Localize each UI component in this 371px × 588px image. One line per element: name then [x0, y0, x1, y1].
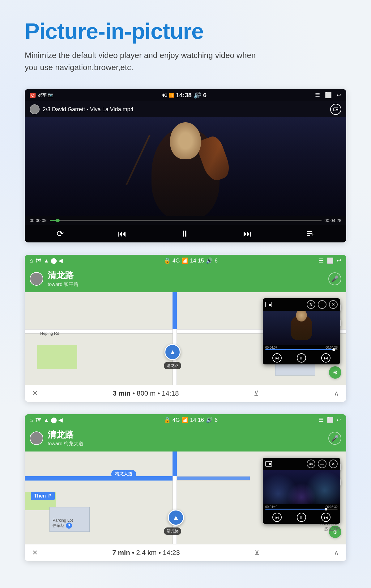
volume-icon: 🔊 [206, 257, 213, 264]
progress-track[interactable] [50, 220, 322, 221]
nav2-back[interactable]: ↩ [337, 417, 341, 423]
pip-progress-track-2[interactable] [265, 509, 338, 510]
map2-parking-label: Parking Lot停车场 P [53, 518, 73, 529]
pip2-settings-btn[interactable] [307, 460, 315, 468]
pip-prev-btn-1[interactable]: ⏮ [272, 353, 282, 363]
status-bar-center: 4G 📶 14:38 🔊 6 [162, 91, 207, 99]
nav2-volume-icon: 🔊 [206, 417, 213, 423]
window-icon[interactable]: ⬜ [325, 92, 332, 99]
nav1-back[interactable]: ↩ [337, 257, 341, 264]
pip-settings-btn[interactable] [307, 300, 315, 309]
nav2-signal-4g: 4G 📶 [173, 417, 188, 423]
map-street-label-bottom: 清龙路 [164, 362, 181, 369]
volume-level: 6 [203, 92, 207, 99]
nav2-eta-info: 7 min • 2.4 km • 14:23 [112, 549, 180, 557]
svg-rect-3 [307, 233, 312, 234]
svg-rect-2 [307, 231, 312, 232]
next-button[interactable]: ⏭ [243, 229, 252, 239]
svg-rect-4 [307, 235, 310, 236]
pip-time-current-1: 00:04:07 [265, 346, 277, 349]
pip-video-person-1 [263, 311, 340, 345]
menu-icon[interactable]: ☰ [315, 92, 320, 99]
nav2-route-filter-btn[interactable]: ⊻ [254, 549, 259, 557]
svg-point-18 [311, 464, 312, 465]
video-progress-area: 00:00:09 00:04:28 [25, 216, 346, 225]
progress-total-time: 00:04:28 [325, 218, 342, 223]
signal-icon: 4G 📶 [162, 93, 174, 98]
nav2-street-name: 清龙路 [48, 429, 324, 441]
pip-prev-btn-2[interactable]: ⏮ [272, 513, 282, 522]
pip-toolbar-right: — ✕ [307, 300, 338, 309]
pip-overlay-2: — ✕ 00:04:40 00:05:32 [263, 458, 340, 524]
prev-button[interactable]: ⏮ [118, 229, 126, 239]
nav2-status-icons: ▲ ⬤ ◀ [44, 417, 63, 423]
nav2-status-bar: ⌂ 🗺 ▲ ⬤ ◀ 🔒 4G 📶 14:16 🔊 6 ☰ ⬜ ↩ [25, 414, 346, 426]
nav2-window[interactable]: ⬜ [327, 417, 334, 423]
pip-time-current-2: 00:04:40 [265, 505, 277, 509]
pip-video-area-2 [263, 470, 340, 504]
pip-toolbar2-left [265, 460, 272, 467]
pip-video-area-1 [263, 311, 340, 345]
pip-progress-fill-1 [265, 349, 334, 350]
nav1-close-btn[interactable]: ✕ [32, 389, 38, 397]
pip-close-btn[interactable]: ✕ [329, 300, 338, 309]
map2-road-label-bubble: 梅龙大道 [111, 470, 136, 478]
pip2-close-btn[interactable]: ✕ [329, 460, 338, 468]
map2-location-arrow: ▲ [168, 510, 184, 526]
status-bar-right: ☰ ⬜ ↩ [315, 92, 341, 99]
back-icon[interactable]: ↩ [337, 92, 341, 99]
svg-rect-14 [269, 463, 271, 465]
video-overlay [25, 117, 346, 216]
app-icon-yiche: C [30, 93, 36, 98]
nav1-status-left: ⌂ 🗺 ▲ ⬤ ◀ [30, 257, 63, 264]
pip-progress-track-1[interactable] [265, 349, 338, 350]
repeat-button[interactable]: ⟳ [57, 229, 64, 239]
page-title: Picture-in-picture [25, 19, 346, 44]
pip-pause-btn-2[interactable]: ⏸ [297, 513, 306, 522]
pip-next-btn-2[interactable]: ⏭ [321, 513, 330, 522]
pip-minimize-btn[interactable]: — [318, 300, 326, 309]
pause-button[interactable]: ⏸ [180, 229, 189, 239]
time-display: 14:38 [176, 92, 192, 99]
nav2-mic-button[interactable]: 🎤 [328, 432, 341, 445]
svg-rect-8 [269, 304, 271, 306]
nav1-expand-btn[interactable]: ∧ [334, 389, 339, 397]
video-player-screen: C 易车 📷 4G 📶 14:38 🔊 6 ☰ ⬜ ↩ 2/3 David Ga… [25, 89, 346, 242]
nav1-compass-btn[interactable]: ⊕ [329, 366, 341, 379]
progress-fill [50, 220, 58, 221]
pip2-icon [265, 460, 272, 467]
pip-pause-btn-1[interactable]: ⏸ [297, 353, 306, 363]
nav2-expand-btn[interactable]: ∧ [334, 549, 339, 557]
pip2-minimize-btn[interactable]: — [318, 460, 326, 468]
pip-toggle-button[interactable] [330, 104, 341, 115]
nav2-home-icon: ⌂ [30, 417, 33, 423]
nav2-menu[interactable]: ☰ [319, 417, 324, 423]
video-title-text: 2/3 David Garrett - Viva La Vida.mp4 [43, 106, 133, 113]
nav2-close-btn[interactable]: ✕ [32, 549, 38, 557]
pip-crowd-bg [263, 470, 340, 504]
video-title-bar: 2/3 David Garrett - Viva La Vida.mp4 [25, 101, 346, 117]
nav1-route-filter-btn[interactable]: ⊻ [254, 389, 259, 397]
map-location-arrow: ▲ [164, 344, 181, 360]
then-label: Then ↱ [31, 492, 55, 500]
pip-toolbar2-right: — ✕ [307, 460, 338, 468]
nav1-menu[interactable]: ☰ [319, 257, 324, 264]
nav1-mic-button[interactable]: 🎤 [328, 272, 341, 285]
nav1-avatar [30, 272, 43, 286]
svg-point-12 [311, 305, 312, 306]
nav2-header: 清龙路 toward 梅龙大道 🎤 [25, 426, 346, 452]
home-icon: ⌂ [30, 258, 33, 264]
nav2-time: 14:16 [190, 417, 204, 423]
pip-toolbar-left [265, 301, 272, 308]
pip-progress-fill-2 [265, 509, 326, 510]
lock-icon: 🔒 [164, 257, 171, 264]
status-icons: ▲ ⬤ ◀ [44, 257, 63, 264]
nav1-street-info: 清龙路 toward 和平路 [48, 270, 324, 288]
playlist-button[interactable] [306, 229, 314, 238]
nav1-window[interactable]: ⬜ [327, 257, 334, 264]
svg-point-11 [310, 304, 311, 304]
video-status-bar: C 易车 📷 4G 📶 14:38 🔊 6 ☰ ⬜ ↩ [25, 89, 346, 101]
pip-next-btn-1[interactable]: ⏭ [321, 353, 330, 363]
status-bar-left: C 易车 📷 [30, 92, 53, 98]
progress-bar-row: 00:00:09 00:04:28 [30, 218, 341, 223]
